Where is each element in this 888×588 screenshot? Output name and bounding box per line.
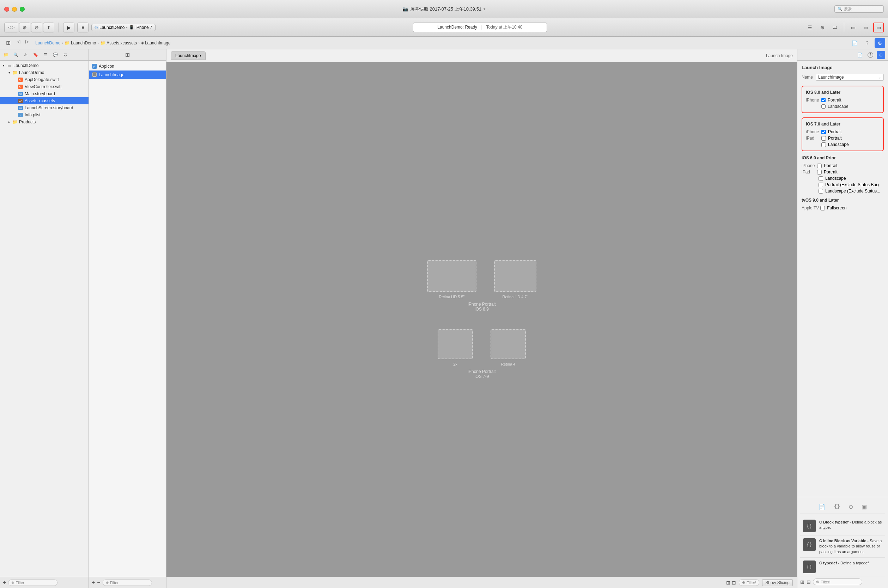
standard-view-btn[interactable]: ▭: [848, 22, 858, 32]
sidebar-item-assets[interactable]: ▸ XC Assets.xcassets: [0, 97, 89, 104]
inspector-grid-icon-1[interactable]: ⊞: [800, 579, 804, 585]
image-box-55[interactable]: [427, 260, 476, 292]
file-remove-btn[interactable]: −: [97, 579, 100, 586]
grid-view-btn[interactable]: ⊞: [3, 38, 14, 48]
sidebar-item-appdelegate[interactable]: ▸ S AppDelegate.swift: [0, 76, 89, 83]
file-item-launchimage[interactable]: LaunchImage: [89, 70, 166, 79]
inspector-attributes-btn[interactable]: ⊕: [877, 51, 885, 59]
inspector-tab-file[interactable]: 📄: [817, 502, 827, 512]
sidebar-item-products[interactable]: ▸ 📁 Products: [0, 118, 89, 126]
add-file-btn[interactable]: 📄: [849, 38, 860, 48]
image-box-retina4[interactable]: [491, 329, 526, 359]
editor-filter[interactable]: ⊕ Filter!: [739, 579, 760, 586]
inspector-tab-code[interactable]: {}: [832, 502, 841, 512]
back-nav-arrow[interactable]: ◁: [15, 38, 22, 45]
ios7-portrait-text: Portrait: [828, 129, 842, 134]
ios7-ipad-portrait-label[interactable]: Portrait: [821, 136, 842, 141]
ios6-portrait-no-status-checkbox[interactable]: [819, 183, 823, 187]
inspector-file-btn[interactable]: 📄: [856, 51, 864, 59]
sidebar-bubble-btn[interactable]: 💬: [51, 51, 59, 58]
image-box-2x[interactable]: [438, 329, 473, 359]
inspector-view-btn[interactable]: ▭: [873, 22, 884, 32]
ios7-ipad-landscape-label[interactable]: Landscape: [821, 142, 849, 147]
ios6-ipad-landscape-label[interactable]: Landscape: [819, 176, 846, 181]
list-view-btn[interactable]: ☰: [804, 22, 815, 32]
grid-icon-2[interactable]: ⊟: [732, 580, 736, 585]
ios7-ipad-landscape-checkbox[interactable]: [821, 142, 826, 147]
sidebar-item-viewcontroller[interactable]: ▸ S ViewController.swift: [0, 83, 89, 90]
stop-button[interactable]: ■: [77, 22, 89, 32]
maximize-button[interactable]: [20, 7, 25, 12]
sidebar-item-infoplist[interactable]: ▸ PL Info.plist: [0, 111, 89, 118]
inspector-pin-btn[interactable]: ⊕: [874, 38, 885, 48]
breadcrumb-item-1[interactable]: LaunchDemo: [35, 40, 60, 45]
tvos-fullscreen-checkbox[interactable]: [820, 206, 825, 210]
grid-toggle-btn[interactable]: ⊞: [122, 50, 133, 60]
sidebar-item-launchdemo-folder[interactable]: ▾ 📁 LaunchDemo: [0, 69, 89, 76]
sidebar-add-btn[interactable]: 📁: [2, 51, 10, 58]
sidebar-warning-btn[interactable]: ⚠: [22, 51, 30, 58]
sidebar-bookmark-btn[interactable]: 🔖: [32, 51, 39, 58]
title-search[interactable]: 🔍 搜索: [834, 5, 884, 13]
forward-nav-arrow[interactable]: ▷: [23, 38, 30, 45]
sidebar-item-launchdemo-group[interactable]: ▾ ▭ LaunchDemo: [0, 62, 89, 69]
ios6-ipad-portrait-checkbox[interactable]: [817, 170, 822, 174]
ios7-ipad-portrait-checkbox[interactable]: [821, 136, 826, 141]
inspector-toolbar: 📄 ? ⊕: [797, 50, 888, 61]
inspector-grid-icon-2[interactable]: ⊟: [807, 579, 811, 585]
share-btn[interactable]: ⬆: [43, 22, 54, 32]
sidebar-chat-btn[interactable]: 🗨: [62, 51, 69, 58]
file-add-btn[interactable]: +: [92, 579, 95, 586]
sidebar-search-btn[interactable]: 🔍: [12, 51, 20, 58]
run-button[interactable]: ▶: [63, 22, 74, 32]
ios6-ipad-landscape-checkbox[interactable]: [819, 176, 823, 181]
breadcrumb-item-2[interactable]: 📁 LaunchDemo: [65, 40, 96, 45]
ios6-ipad-portrait-label[interactable]: Portrait: [817, 170, 838, 174]
scheme-selector[interactable]: ◎ LaunchDemo ▸ 📱 iPhone 7: [91, 24, 156, 31]
title-chevron[interactable]: ▾: [484, 7, 485, 11]
inspector-help-btn[interactable]: ?: [866, 51, 874, 59]
file-filter[interactable]: ⊕ Filter: [103, 579, 152, 586]
help-btn[interactable]: ?: [862, 38, 873, 48]
ios7-ipad-landscape-row: iPad Landscape: [806, 142, 879, 147]
tvos-fullscreen-label[interactable]: Fullscreen: [820, 206, 846, 210]
sidebar-list-btn[interactable]: ☰: [42, 51, 50, 58]
ios6-landscape-no-status-label[interactable]: Landscape (Exclude Status...: [819, 189, 880, 194]
ios8-portrait-checkbox[interactable]: [821, 98, 826, 102]
nav-bar: ⊞ ◁ ▷ LaunchDemo › 📁 LaunchDemo › 📁 Asse…: [0, 37, 888, 50]
show-slicing-button[interactable]: Show Slicing: [762, 579, 793, 586]
breadcrumb-item-3[interactable]: 📁 Assets.xcassets: [100, 40, 137, 45]
canvas-btn[interactable]: ▭: [861, 22, 871, 32]
grid-icon-1[interactable]: ⊞: [726, 580, 730, 585]
back-forward-btn[interactable]: ◁ ▷: [4, 22, 18, 32]
assistant-editor-btn[interactable]: ⊕: [817, 22, 828, 32]
breadcrumb-item-4[interactable]: ◈ LaunchImage: [141, 40, 171, 45]
ios8-landscape-checkbox[interactable]: [821, 104, 826, 109]
ios6-portrait-no-status-label[interactable]: Portrait (Exclude Status Bar): [819, 182, 879, 187]
file-item-appicon[interactable]: A AppIcon: [89, 62, 166, 70]
image-box-47[interactable]: [494, 260, 536, 292]
inspector-filter[interactable]: ⊕ Filter!: [813, 579, 862, 585]
version-editor-btn[interactable]: ⇄: [830, 22, 840, 32]
iphone-portrait-ios89: Retina HD 5.5" Retina HD 4.7" iPhone Por…: [427, 260, 536, 312]
inspector-tab-grid[interactable]: ▣: [860, 502, 868, 512]
ios6-iphone-portrait-checkbox[interactable]: [817, 164, 822, 168]
ios6-landscape-no-status-checkbox[interactable]: [819, 189, 823, 194]
sidebar-item-mainstoryboard[interactable]: ▸ SB Main.storyboard: [0, 90, 89, 97]
ios7-portrait-checkbox[interactable]: [821, 130, 826, 134]
ios8-portrait-label[interactable]: Portrait: [821, 98, 841, 103]
zoom-in-btn[interactable]: ⊕: [19, 22, 30, 32]
ios8-landscape-label[interactable]: Landscape: [821, 104, 849, 109]
minimize-button[interactable]: [12, 7, 17, 12]
editor-tab[interactable]: LaunchImage: [171, 51, 206, 60]
ios6-iphone-portrait-label[interactable]: Portrait: [817, 163, 838, 168]
sidebar-filter[interactable]: ⊕ Filter: [8, 579, 57, 586]
inspector-name-field[interactable]: LaunchImage ⌄: [816, 74, 884, 81]
inspector-tab-circle[interactable]: ⊙: [847, 502, 855, 512]
sidebar-item-launchscreen[interactable]: ▸ SB LaunchScreen.storyboard: [0, 104, 89, 111]
ios7-iphone-portrait-label[interactable]: Portrait: [821, 129, 842, 134]
zoom-in-icon: ⊕: [23, 25, 27, 30]
sidebar-add-btn-footer[interactable]: +: [3, 579, 6, 586]
zoom-out-btn[interactable]: ⊖: [31, 22, 42, 32]
close-button[interactable]: [4, 7, 9, 12]
